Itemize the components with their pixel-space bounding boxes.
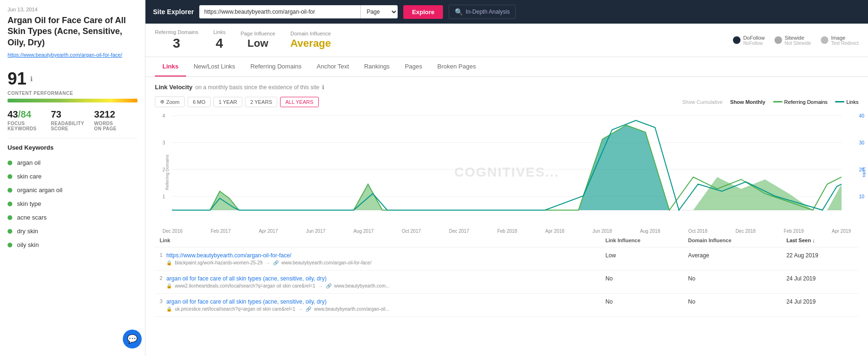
kw-item-argan-oil[interactable]: argan oil: [0, 156, 145, 170]
row-num-3: 3: [160, 298, 162, 304]
y-axis-left-3: 3: [162, 140, 165, 145]
show-cumulative[interactable]: Show Cumulative: [682, 99, 723, 105]
th-last-seen[interactable]: Last Seen ↓: [782, 234, 859, 247]
stat-words: 3212 WORDSON PAGE: [94, 109, 137, 131]
y-axis-left-4: 4: [162, 113, 165, 119]
page-influence-value: Low: [240, 37, 275, 50]
x-label-13: Feb 2019: [784, 229, 804, 234]
kw-item-acne-scars[interactable]: acne scars: [0, 211, 145, 224]
period-6mo[interactable]: 6 MO: [187, 97, 211, 107]
kw-item-organic-argan-oil[interactable]: organic argan oil: [0, 183, 145, 197]
referring-domains-label: Referring Domains: [155, 29, 198, 35]
kw-text: skin care: [17, 173, 42, 180]
x-label-5: Oct 2017: [402, 229, 421, 234]
zoom-button[interactable]: ⊕ Zoom: [155, 96, 185, 107]
chat-button[interactable]: 💬: [123, 330, 142, 348]
arrow-icon: →: [298, 306, 303, 312]
y-axis-right-30: 30: [859, 140, 864, 145]
sidebar-date: Jun 13, 2014: [0, 0, 145, 15]
row-2-subfrom[interactable]: www2.lionheartdeals.com/local/search?q=a…: [175, 283, 315, 288]
row-1-link-influence: Low: [601, 247, 683, 271]
kw-item-dry-skin[interactable]: dry skin: [0, 224, 145, 238]
chart-canvas: COGNITIVES... Referring Domains: [145, 111, 868, 234]
x-label-7: Feb 2018: [497, 229, 517, 234]
chart-info-icon[interactable]: ℹ: [322, 84, 324, 91]
link-icon-2: 🔗: [306, 306, 311, 312]
metrics-right: DoFollow NoFollow Sitewide Not Sitewide …: [733, 35, 859, 46]
kw-text: dry skin: [17, 228, 38, 235]
period-all-years[interactable]: ALL YEARS: [280, 97, 318, 107]
chart-header: Link Velocity on a monthly basis since t…: [145, 77, 868, 94]
row-2-link-influence: No: [601, 271, 683, 294]
referring-domains-axis-label: Referring Domains: [165, 154, 170, 190]
sidebar-url[interactable]: https://www.beautybyearth.com/argan-oil-…: [0, 52, 145, 64]
y-axis-right-label: Links: [861, 167, 866, 177]
links-value: 4: [213, 36, 226, 51]
table-row: 2 argan oil for face care of all skin ty…: [155, 271, 859, 294]
arrow-icon: →: [318, 283, 323, 288]
kw-dot: [8, 161, 12, 165]
row-3-link[interactable]: argan oil for face care of all skin type…: [166, 298, 389, 305]
stat-focus-label: FOCUSKEYWORDS: [8, 121, 51, 131]
stat-focus-keywords: 43/84 FOCUSKEYWORDS: [8, 109, 51, 131]
x-label-9: Jun 2018: [593, 229, 612, 234]
dofollow-dot: [733, 36, 740, 44]
indepth-button[interactable]: 🔍 In-Depth Analysis: [449, 5, 516, 19]
main-content: Site Explorer Page Domain Explore 🔍 In-D…: [145, 0, 868, 356]
table-wrap: Link Link Influence Domain Influence Las…: [145, 234, 868, 326]
kw-dot: [8, 215, 12, 220]
tab-rankings[interactable]: Rankings: [357, 57, 397, 76]
legend-referring-domains: Referring Domains: [773, 99, 828, 105]
metric-page-influence: Page Influence Low: [240, 31, 275, 50]
image-dot: [821, 36, 828, 44]
kw-dot: [8, 174, 12, 179]
domain-influence-label: Domain Influence: [290, 31, 331, 36]
row-1-subfrom[interactable]: blackpaint.sg/work-hazards-women-25-29: [175, 260, 263, 265]
period-1year[interactable]: 1 YEAR: [213, 97, 242, 107]
sidebar-score: 91: [8, 69, 26, 89]
tab-new-lost-links[interactable]: New/Lost Links: [186, 57, 243, 76]
x-label-6: Dec 2017: [449, 229, 469, 234]
row-3-subfrom[interactable]: uk.priceslice.net/local/search?q=argan o…: [175, 306, 295, 312]
chart-section: Link Velocity on a monthly basis since t…: [145, 77, 868, 356]
x-label-14: Apr 2019: [832, 229, 851, 234]
row-1-link[interactable]: https://www.beautybyearth.com/argan-oil-…: [166, 252, 371, 259]
url-input-wrap: Page Domain: [199, 5, 398, 18]
referring-domains-value: 3: [155, 36, 198, 51]
stat-readability: 73 READABILITYSCORE: [51, 109, 94, 131]
th-domain-influence: Domain Influence: [683, 234, 782, 247]
metric-links: Links 4: [213, 29, 226, 51]
zoom-controls: ⊕ Zoom 6 MO 1 YEAR 2 YEARS ALL YEARS: [155, 96, 319, 107]
row-2-subto: www.beautybyearth.com...: [334, 283, 390, 288]
url-input[interactable]: [199, 5, 360, 18]
tab-broken-pages[interactable]: Broken Pages: [430, 57, 484, 76]
tab-pages[interactable]: Pages: [397, 57, 430, 76]
kw-item-skin-type[interactable]: skin type: [0, 197, 145, 211]
table-row: 3 argan oil for face care of all skin ty…: [155, 294, 859, 317]
period-2years[interactable]: 2 YEARS: [245, 97, 277, 107]
row-2-last-seen: 24 Jul 2019: [782, 271, 859, 294]
tab-anchor-text[interactable]: Anchor Text: [309, 57, 357, 76]
tab-referring-domains[interactable]: Referring Domains: [243, 57, 309, 76]
domain-influence-value: Average: [290, 37, 331, 50]
row-2-domain-influence: No: [683, 271, 782, 294]
x-label-2: Apr 2017: [259, 229, 278, 234]
kw-text: argan oil: [17, 159, 41, 166]
row-1-last-seen: 22 Aug 2019: [782, 247, 859, 271]
tab-links[interactable]: Links: [155, 57, 186, 76]
show-monthly[interactable]: Show Monthly: [730, 99, 766, 105]
content-performance-label: CONTENT PERFORMANCE: [0, 91, 145, 99]
kw-dot: [8, 202, 12, 206]
kw-item-oily-skin[interactable]: oily skin: [0, 238, 145, 252]
chart-controls: ⊕ Zoom 6 MO 1 YEAR 2 YEARS ALL YEARS Sho…: [145, 94, 868, 111]
explore-button[interactable]: Explore: [403, 5, 443, 19]
arrow-icon: →: [265, 260, 270, 265]
kw-text: oily skin: [17, 241, 39, 248]
dofollow-labels: DoFollow NoFollow: [743, 35, 765, 46]
kw-item-skin-care[interactable]: skin care: [0, 170, 145, 183]
stat-words-label: WORDSON PAGE: [94, 121, 137, 131]
divider: [8, 138, 137, 138]
row-2-link[interactable]: argan oil for face care of all skin type…: [166, 275, 390, 282]
page-influence-label: Page Influence: [240, 31, 275, 36]
page-mode-select[interactable]: Page Domain: [360, 5, 398, 18]
